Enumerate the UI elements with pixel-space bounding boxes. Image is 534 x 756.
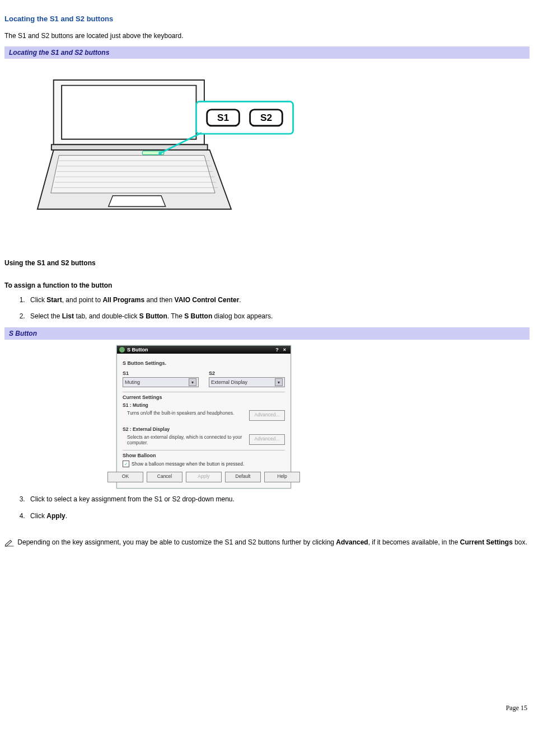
dialog-settings-label: S Button Settings. — [123, 360, 285, 366]
step-1-start: Start — [46, 296, 62, 304]
s1-dropdown-value: Muting — [125, 379, 140, 385]
band-locating: Locating the S1 and S2 buttons — [4, 46, 530, 59]
callout-s1-label: S1 — [217, 112, 229, 123]
step-1-text: Click — [30, 296, 46, 304]
step-4-t1: Click — [30, 512, 46, 520]
step-2-t1: Select the — [30, 312, 62, 320]
s1-label: S1 — [123, 370, 199, 376]
illustration-laptop: S1 S2 — [21, 69, 301, 231]
section-heading-locating: Locating the S1 and S2 buttons — [4, 15, 530, 23]
svg-marker-1 — [62, 86, 196, 139]
balloon-checkbox[interactable]: ✓ — [123, 461, 129, 467]
step-1: Click Start, and point to All Programs a… — [27, 295, 530, 306]
s1-current-title: S1 : Muting — [123, 402, 285, 408]
s2-current-title: S2 : External Display — [123, 426, 285, 432]
s2-dropdown[interactable]: External Display ▼ — [209, 377, 285, 387]
s2-advanced-button[interactable]: Advanced... — [249, 434, 285, 445]
step-2-sbutton: S Button — [139, 312, 167, 320]
s1-current-desc: Turns on/off the built-in speakers and h… — [127, 410, 249, 421]
ok-button[interactable]: OK — [107, 472, 143, 482]
section-heading-using: Using the S1 and S2 buttons — [4, 259, 530, 267]
step-2-sbutton2: S Button — [184, 312, 212, 320]
band-sbutton: S Button — [4, 327, 530, 340]
note-t2: , if it becomes available, in the — [368, 538, 460, 546]
callout-s2-label: S2 — [260, 112, 272, 123]
default-button[interactable]: Default — [225, 472, 261, 482]
step-1-text4: . — [239, 296, 241, 304]
section-heading-assign: To assign a function to the button — [4, 281, 530, 289]
help-button[interactable]: Help — [264, 472, 300, 482]
intro-paragraph: The S1 and S2 buttons are located just a… — [4, 31, 530, 41]
dialog-sbutton: S Button ? × S Button Settings. S1 Mutin… — [116, 345, 291, 489]
steps-list-1: Click Start, and point to All Programs a… — [16, 295, 530, 322]
s2-label: S2 — [209, 370, 285, 376]
step-2-t3: . The — [167, 312, 184, 320]
balloon-checkbox-label: Show a balloon message when the button i… — [132, 461, 244, 467]
step-2-list: List — [62, 312, 74, 320]
chevron-down-icon: ▼ — [275, 378, 283, 386]
chevron-down-icon: ▼ — [189, 378, 196, 386]
svg-point-16 — [158, 152, 162, 155]
s1-dropdown[interactable]: Muting ▼ — [123, 377, 199, 387]
step-4-apply: Apply — [46, 512, 65, 520]
svg-marker-4 — [51, 156, 215, 193]
laptop-svg: S1 S2 — [21, 69, 301, 231]
step-1-text2: , and point to — [62, 296, 103, 304]
dialog-title-text: S Button — [127, 347, 148, 353]
apply-button[interactable]: Apply — [186, 472, 222, 482]
step-2-t4: dialog box appears. — [212, 312, 273, 320]
step-4-t2: . — [65, 512, 67, 520]
note-current-settings: Current Settings — [460, 538, 513, 546]
step-1-allprograms: All Programs — [102, 296, 144, 304]
step-2: Select the List tab, and double-click S … — [27, 311, 530, 322]
s2-dropdown-value: External Display — [211, 379, 247, 385]
step-3: Click to select a key assignment from th… — [27, 494, 530, 505]
page-footer: Page 15 — [4, 704, 530, 712]
current-settings-label: Current Settings — [123, 395, 285, 400]
note-t3: box. — [513, 538, 527, 546]
svg-marker-11 — [109, 196, 166, 206]
s2-current-desc: Selects an external display, which is co… — [127, 434, 249, 445]
s1-advanced-button[interactable]: Advanced... — [249, 410, 285, 421]
note-t1: Depending on the key assignment, you may… — [16, 538, 336, 546]
step-1-vcc: VAIO Control Center — [175, 296, 240, 304]
note-advanced: Advanced — [336, 538, 368, 546]
dialog-sbutton-wrap: S Button ? × S Button Settings. S1 Mutin… — [116, 345, 530, 489]
step-2-t2: tab, and double-click — [74, 312, 139, 320]
balloon-section-label: Show Balloon — [123, 453, 285, 458]
steps-list-2: Click to select a key assignment from th… — [16, 494, 530, 521]
note-icon — [4, 539, 15, 547]
note-paragraph: Depending on the key assignment, you may… — [4, 537, 530, 547]
step-4: Click Apply. — [27, 511, 530, 522]
cancel-button[interactable]: Cancel — [147, 472, 182, 482]
step-1-text3: and then — [144, 296, 174, 304]
svg-rect-2 — [51, 144, 208, 150]
dialog-titlebar: S Button ? × — [117, 346, 291, 354]
close-icon[interactable]: × — [281, 347, 288, 353]
dialog-titlebar-icon — [119, 347, 125, 353]
help-icon[interactable]: ? — [273, 347, 281, 353]
